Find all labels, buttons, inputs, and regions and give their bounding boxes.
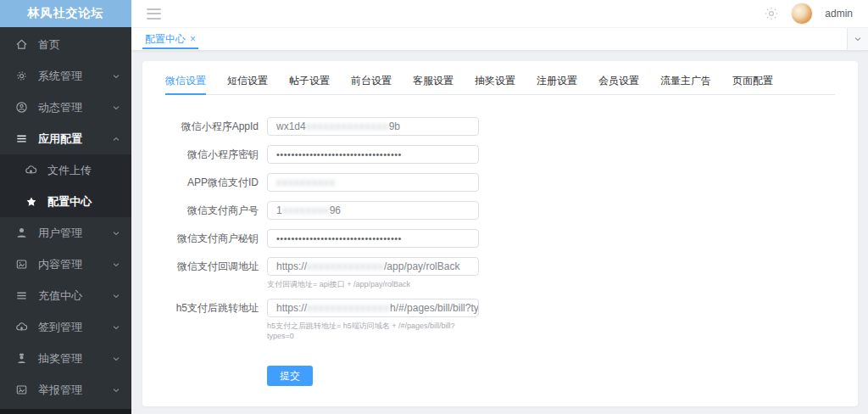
settings-card: 微信设置 短信设置 帖子设置 前台设置 客服设置 抽奖设置 注册设置 会员设置 …	[142, 61, 858, 406]
chevron-up-icon	[111, 134, 121, 144]
submit-button[interactable]: 提交	[267, 366, 313, 386]
field-label: 微信支付回调地址	[165, 257, 259, 289]
form-row: 微信支付商户秘钥 •••••••••••••••••••••••••••••••…	[165, 229, 835, 248]
field-label: 微信小程序AppId	[165, 117, 259, 136]
field-helper-text: h5支付之后跳转地址= h5端访问域名 + /#/pages/bill/bill…	[267, 321, 479, 341]
tab-service-settings[interactable]: 客服设置	[413, 75, 453, 94]
menu-icon	[15, 132, 28, 145]
sidebar-bottom-strip	[0, 409, 131, 414]
top-header: admin	[131, 0, 868, 28]
sidebar-item-label: 签到管理	[38, 320, 82, 335]
tab-lottery-settings[interactable]: 抽奖设置	[475, 75, 515, 94]
sidebar-item-label: 动态管理	[38, 100, 82, 115]
form-row: 微信支付商户号 1xxxxxxxx96	[165, 201, 835, 220]
sidebar-item-system[interactable]: 系统管理	[0, 60, 131, 92]
form-row: 微信小程序AppId wx1d4xxxxxxxxxxxxxx9b	[165, 117, 835, 136]
list-icon	[15, 289, 28, 302]
star-icon	[25, 195, 37, 208]
settings-tabs: 微信设置 短信设置 帖子设置 前台设置 客服设置 抽奖设置 注册设置 会员设置 …	[165, 75, 835, 95]
page-tabbar: 配置中心 ×	[131, 28, 868, 51]
tab-sms-settings[interactable]: 短信设置	[227, 75, 268, 94]
username[interactable]: admin	[825, 8, 853, 20]
tab-wechat-settings[interactable]: 微信设置	[165, 75, 206, 94]
form-row: h5支付后跳转地址 https://xxxxxxxxxxxxxxh/#/page…	[165, 299, 835, 341]
cloud-upload-icon	[15, 321, 28, 333]
page-tab-label: 配置中心	[145, 32, 186, 47]
person-badge-icon	[15, 352, 28, 365]
chevron-down-icon	[111, 322, 121, 333]
gear-icon	[15, 70, 28, 82]
app-title: 林风社交论坛	[0, 0, 131, 27]
chevron-down-icon	[111, 71, 121, 81]
field-label: h5支付后跳转地址	[165, 299, 259, 341]
field-label: 微信支付商户号	[165, 201, 259, 220]
chevron-down-icon	[111, 385, 121, 395]
tab-page-settings[interactable]: 页面配置	[732, 75, 773, 94]
form-row: APP微信支付ID xxxxxxxxxx	[165, 173, 835, 192]
avatar[interactable]	[791, 3, 813, 25]
h5-redirect-url-input[interactable]: https://xxxxxxxxxxxxxxh/#/pages/bill/bil…	[267, 299, 479, 317]
chevron-down-icon	[111, 291, 121, 301]
close-icon[interactable]: ×	[190, 33, 196, 45]
user-icon	[15, 227, 28, 239]
tab-ad-settings[interactable]: 流量主广告	[660, 75, 711, 94]
chevron-down-icon	[111, 260, 121, 270]
cloud-upload-icon	[25, 164, 37, 176]
sidebar-item-label: 内容管理	[38, 257, 82, 272]
sidebar-item-app-config[interactable]: 应用配置	[0, 123, 131, 154]
sidebar-item-label: 首页	[38, 37, 60, 53]
tab-member-settings[interactable]: 会员设置	[598, 75, 639, 94]
tab-register-settings[interactable]: 注册设置	[537, 75, 577, 94]
sidebar-item-lottery[interactable]: 抽奖管理	[0, 343, 131, 374]
tab-frontend-settings[interactable]: 前台设置	[351, 75, 392, 94]
home-icon	[15, 38, 28, 51]
chevron-down-icon	[111, 228, 121, 238]
tab-post-settings[interactable]: 帖子设置	[289, 75, 330, 94]
image-icon	[15, 383, 28, 396]
sidebar-item-users[interactable]: 用户管理	[0, 217, 131, 249]
collapse-sidebar-button[interactable]	[147, 8, 161, 20]
sidebar-item-activity[interactable]: 动态管理	[0, 92, 131, 123]
tab-list-dropdown[interactable]	[847, 28, 868, 50]
sidebar-item-label: 系统管理	[38, 69, 82, 84]
sidebar-item-label: 抽奖管理	[38, 351, 82, 366]
app-secret-input[interactable]: ••••••••••••••••••••••••••••••••••	[267, 145, 479, 164]
sidebar-item-signin[interactable]: 签到管理	[0, 311, 131, 343]
pay-callback-url-input[interactable]: https://xxxxxxxxxxxxx/app/pay/rolBack	[267, 257, 479, 276]
sidebar: 林风社交论坛 首页 系统管理 动态管理	[0, 0, 131, 414]
field-label: 微信小程序密钥	[165, 145, 259, 164]
page-tab-config-center[interactable]: 配置中心 ×	[142, 28, 198, 50]
sidebar-item-file-upload[interactable]: 文件上传	[0, 154, 131, 186]
form-row: 微信小程序密钥 ••••••••••••••••••••••••••••••••…	[165, 145, 835, 164]
field-label: APP微信支付ID	[165, 173, 259, 192]
sidebar-item-recharge[interactable]: 充值中心	[0, 280, 131, 311]
sidebar-item-label: 应用配置	[38, 131, 82, 147]
chevron-down-icon	[111, 103, 121, 113]
sidebar-item-label: 用户管理	[38, 226, 82, 241]
image-icon	[15, 258, 28, 271]
sidebar-item-report[interactable]: 举报管理	[0, 374, 131, 406]
sidebar-item-content[interactable]: 内容管理	[0, 249, 131, 280]
app-config-submenu: 文件上传 配置中心	[0, 154, 131, 217]
appid-input[interactable]: wx1d4xxxxxxxxxxxxxx9b	[267, 117, 479, 136]
field-label: 微信支付商户秘钥	[165, 229, 259, 248]
chevron-down-icon	[111, 354, 121, 364]
merchant-secret-input[interactable]: ••••••••••••••••••••••••••••••••••	[267, 229, 479, 248]
wechat-settings-form: 微信小程序AppId wx1d4xxxxxxxxxxxxxx9b 微信小程序密钥…	[165, 117, 835, 386]
chevron-down-icon	[853, 34, 863, 44]
sidebar-item-label: 充值中心	[38, 288, 82, 304]
settings-gear-icon[interactable]	[764, 6, 779, 21]
field-helper-text: 支付回调地址= api接口 + /app/pay/rolBack	[267, 279, 479, 289]
user-circle-icon	[15, 101, 28, 114]
merchant-id-input[interactable]: 1xxxxxxxx96	[267, 201, 479, 220]
main-content: 微信设置 短信设置 帖子设置 前台设置 客服设置 抽奖设置 注册设置 会员设置 …	[131, 51, 868, 414]
sidebar-nav: 首页 系统管理 动态管理 应用配置	[0, 27, 131, 406]
sidebar-item-label: 举报管理	[38, 383, 82, 398]
sidebar-item-label: 文件上传	[47, 163, 92, 178]
app-pay-id-input[interactable]: xxxxxxxxxx	[267, 173, 479, 192]
sidebar-item-home[interactable]: 首页	[0, 29, 131, 60]
sidebar-item-label: 配置中心	[47, 194, 92, 210]
form-row: 微信支付回调地址 https://xxxxxxxxxxxxx/app/pay/r…	[165, 257, 835, 289]
sidebar-item-config-center[interactable]: 配置中心	[0, 186, 131, 217]
